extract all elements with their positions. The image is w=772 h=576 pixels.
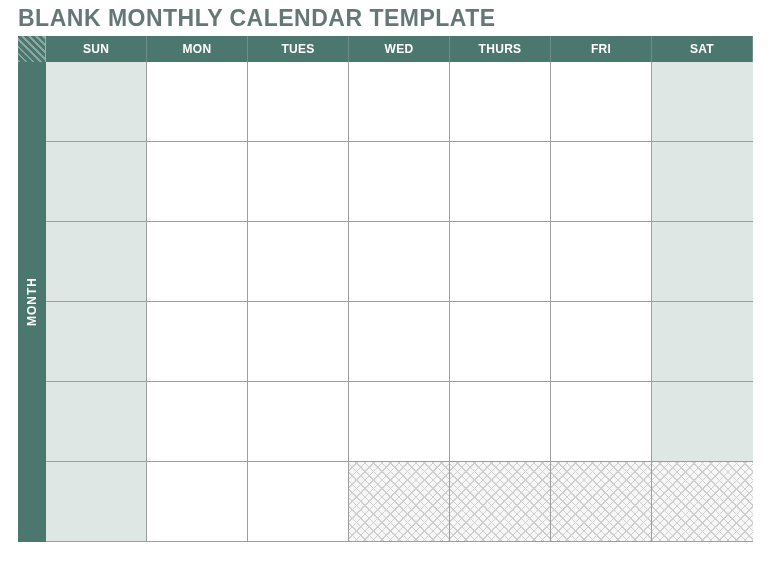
calendar-template: BLANK MONTHLY CALENDAR TEMPLATE SUNMONTU…	[0, 0, 772, 554]
calendar-cell	[248, 382, 349, 462]
calendar-cell	[349, 462, 450, 542]
calendar-cell	[450, 142, 551, 222]
calendar-cell	[147, 302, 248, 382]
day-header-sun: SUN	[46, 36, 147, 62]
calendar-cell	[147, 382, 248, 462]
calendar-cell	[349, 222, 450, 302]
calendar-cell	[46, 302, 147, 382]
calendar-cell	[551, 382, 652, 462]
calendar-cell	[46, 62, 147, 142]
calendar-cell	[450, 382, 551, 462]
day-header-thurs: THURS	[450, 36, 551, 62]
day-header-wed: WED	[349, 36, 450, 62]
calendar-cell	[46, 462, 147, 542]
calendar-cell	[349, 142, 450, 222]
calendar-cell	[349, 382, 450, 462]
calendar-cell	[551, 462, 652, 542]
calendar-cell	[248, 142, 349, 222]
calendar-cell	[46, 382, 147, 462]
calendar-cell	[551, 62, 652, 142]
calendar-cell	[248, 222, 349, 302]
calendar-cell	[652, 222, 753, 302]
day-header-sat: SAT	[652, 36, 753, 62]
calendar-cell	[551, 142, 652, 222]
corner-cell	[18, 36, 46, 62]
calendar-cell	[147, 142, 248, 222]
calendar-cell	[46, 142, 147, 222]
calendar-cell	[248, 62, 349, 142]
calendar-cell	[450, 222, 551, 302]
calendar-cell	[551, 222, 652, 302]
day-header-fri: FRI	[551, 36, 652, 62]
month-label: MONTH	[18, 62, 46, 542]
calendar-cell	[147, 222, 248, 302]
calendar-cell	[450, 462, 551, 542]
calendar-cell	[450, 62, 551, 142]
calendar-cell	[652, 382, 753, 462]
calendar-cell	[551, 302, 652, 382]
day-header-mon: MON	[147, 36, 248, 62]
day-header-tues: TUES	[248, 36, 349, 62]
calendar-cell	[349, 302, 450, 382]
calendar-cell	[450, 302, 551, 382]
calendar-cell	[248, 302, 349, 382]
calendar-cell	[349, 62, 450, 142]
calendar-cell	[652, 462, 753, 542]
calendar-grid: SUNMONTUESWEDTHURSFRISATMONTH	[18, 36, 753, 542]
calendar-cell	[652, 142, 753, 222]
calendar-cell	[46, 222, 147, 302]
calendar-cell	[147, 62, 248, 142]
calendar-cell	[248, 462, 349, 542]
page-title: BLANK MONTHLY CALENDAR TEMPLATE	[18, 5, 760, 32]
calendar-cell	[652, 62, 753, 142]
calendar-cell	[652, 302, 753, 382]
calendar-cell	[147, 462, 248, 542]
